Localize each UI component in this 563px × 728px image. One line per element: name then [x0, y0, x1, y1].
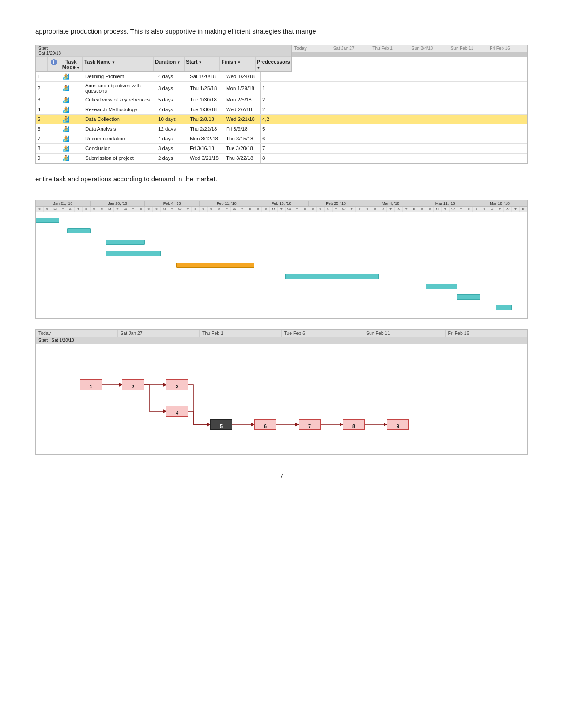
week-label: Feb 25, '18 [309, 201, 363, 206]
day-cell: S [418, 207, 426, 212]
task-mode-icon-5: 🏄 [62, 116, 69, 123]
task-mode-icon-7: 🏄 [62, 135, 69, 142]
week-label: Feb 11, '18 [200, 201, 254, 206]
row-info-5 [48, 115, 60, 124]
gantt-bar-8 [457, 294, 480, 300]
row-name-5: Data Collection [83, 115, 156, 124]
day-cell: T [348, 207, 356, 212]
gantt-bar-6 [285, 274, 379, 279]
row-mode-8: 🏄 [60, 144, 83, 153]
gantt-week-header: Jan 21, '18Jan 28, '18Feb 4, '18Feb 11, … [36, 200, 527, 207]
day-cell: F [137, 207, 145, 212]
row-mode-3: 🏄 [60, 95, 83, 105]
day-cell: T [75, 207, 83, 212]
col-mode-header: TaskMode [60, 57, 83, 71]
row-finish-1: Wed 1/24/18 [224, 72, 261, 81]
row-dur-2: 3 days [156, 82, 188, 95]
row-info-4 [48, 105, 60, 114]
row-finish-4: Wed 2/7/18 [224, 105, 261, 114]
day-cell: M [270, 207, 278, 212]
row-num-4: 4 [36, 105, 48, 114]
timeline-feb1: Thu Feb 1 [370, 45, 410, 52]
row-mode-5: 🏄 [60, 115, 83, 124]
row-start-5: Thu 2/8/18 [188, 115, 224, 124]
start-label: Start [38, 46, 48, 51]
day-cell: F [356, 207, 364, 212]
network-node-6: 6 [254, 419, 276, 430]
row-mode-9: 🏄 [60, 154, 83, 163]
day-cell: T [59, 207, 67, 212]
row-finish-6: Fri 3/9/18 [224, 124, 261, 134]
row-num-1: 1 [36, 72, 48, 81]
row-start-7: Mon 3/12/18 [188, 134, 224, 143]
row-pred-8: 7 [261, 144, 527, 153]
network-start-label: Start [38, 338, 48, 343]
row-pred-9: 8 [261, 154, 527, 163]
day-cell: T [512, 207, 520, 212]
network-header-item: Tue Feb 6 [282, 330, 364, 337]
gantt-bar-9 [496, 305, 511, 310]
gantt-chart-body [36, 212, 527, 318]
row-info-9 [48, 154, 60, 163]
row-finish-3: Mon 2/5/18 [224, 95, 261, 105]
row-info-6 [48, 124, 60, 134]
week-label: Jan 28, '18 [91, 201, 145, 206]
day-cell: F [83, 207, 91, 212]
row-num-7: 7 [36, 134, 48, 143]
day-cell: M [161, 207, 169, 212]
row-start-9: Wed 3/21/18 [188, 154, 224, 163]
info-icon: i [51, 59, 57, 65]
network-header-item: Sun Feb 11 [363, 330, 446, 337]
gantt-row-1: 1 🏄 Defining Problem 4 days Sat 1/20/18 … [36, 72, 527, 82]
task-mode-icon-6: 🏄 [62, 126, 69, 132]
day-cell: F [246, 207, 254, 212]
day-cell: S [371, 207, 379, 212]
task-mode-icon-9: 🏄 [62, 155, 69, 161]
timeline-jan27: Sat Jan 27 [332, 45, 371, 52]
col-start-header: Start [185, 57, 220, 71]
day-cell: M [434, 207, 442, 212]
row-mode-7: 🏄 [60, 134, 83, 143]
row-finish-7: Thu 3/15/18 [224, 134, 261, 143]
day-cell: S [426, 207, 434, 212]
day-cell: S [473, 207, 481, 212]
day-cell: F [410, 207, 418, 212]
day-cell: T [333, 207, 340, 212]
day-cell: M [51, 207, 59, 212]
row-dur-1: 4 days [156, 72, 188, 81]
start-date: Sat 1/20/18 [38, 51, 61, 56]
row-name-8: Conclusion [83, 144, 156, 153]
gantt-row-6: 6 🏄 Data Analysis 12 days Thu 2/22/18 Fr… [36, 124, 527, 134]
row-mode-4: 🏄 [60, 105, 83, 114]
day-cell: S [91, 207, 98, 212]
row-mode-6: 🏄 [60, 124, 83, 134]
timeline-feb16: Fri Feb 16 [488, 45, 527, 52]
row-start-2: Thu 1/25/18 [188, 82, 224, 95]
row-dur-5: 10 days [156, 115, 188, 124]
network-header-item: Today [36, 330, 118, 337]
day-cell: W [340, 207, 348, 212]
col-finish-header: Finish [220, 57, 255, 71]
day-cell: S [309, 207, 317, 212]
col-info: i [48, 57, 60, 71]
row-num-6: 6 [36, 124, 48, 134]
day-cell: W [67, 207, 75, 212]
network-node-9: 9 [387, 419, 409, 430]
day-cell: T [457, 207, 465, 212]
gantt-row-8: 8 🏄 Conclusion 3 days Fri 3/16/18 Tue 3/… [36, 144, 527, 154]
day-cell: S [153, 207, 161, 212]
network-node-3: 3 [166, 379, 188, 390]
row-dur-7: 4 days [156, 134, 188, 143]
col-duration-header: Duration [154, 57, 185, 71]
day-cell: T [184, 207, 192, 212]
day-cell: S [98, 207, 106, 212]
row-info-2 [48, 82, 60, 95]
day-cell: W [121, 207, 129, 212]
day-cell: S [36, 207, 44, 212]
week-label: Mar 4, '18 [363, 201, 418, 206]
day-cell: W [231, 207, 239, 212]
row-dur-9: 2 days [156, 154, 188, 163]
row-start-6: Thu 2/22/18 [188, 124, 224, 134]
day-cell: W [450, 207, 457, 212]
row-name-4: Research Methodology [83, 105, 156, 114]
